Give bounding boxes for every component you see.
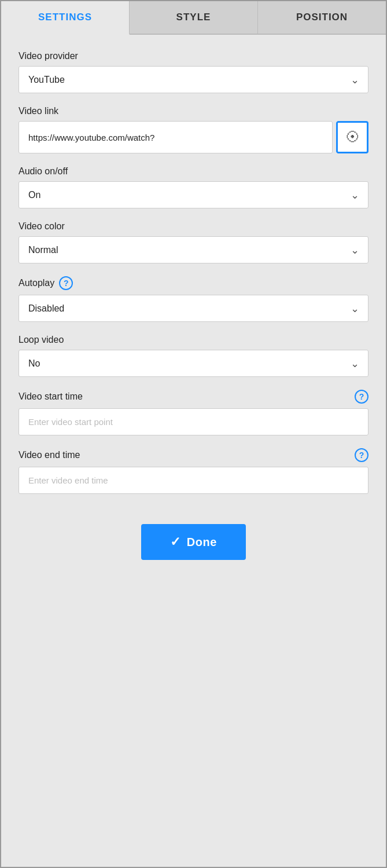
autoplay-label-text: Autoplay: [19, 278, 54, 288]
checkmark-icon: ✓: [170, 534, 181, 550]
autoplay-group: Autoplay ? Disabled Enabled ⌄: [19, 276, 368, 322]
video-link-input[interactable]: [19, 121, 333, 153]
video-start-time-label: Video start time ?: [19, 390, 368, 404]
video-start-time-group: Video start time ?: [19, 390, 368, 435]
video-provider-group: Video provider YouTube Vimeo ⌄: [19, 51, 368, 93]
video-color-select[interactable]: Normal Grayscale Sepia: [19, 236, 368, 263]
video-link-label: Video link: [19, 106, 368, 116]
autoplay-label: Autoplay ?: [19, 276, 368, 290]
video-provider-label: Video provider: [19, 51, 368, 61]
loop-video-select-wrapper: No Yes ⌄: [19, 350, 368, 377]
audio-group: Audio on/off On Off ⌄: [19, 166, 368, 208]
autoplay-select-wrapper: Disabled Enabled ⌄: [19, 295, 368, 322]
video-end-time-group: Video end time ?: [19, 448, 368, 494]
panel: SETTINGS STYLE POSITION Video provider Y…: [0, 0, 387, 868]
video-start-time-label-text: Video start time: [19, 391, 83, 402]
video-end-time-label: Video end time ?: [19, 448, 368, 462]
video-color-select-wrapper: Normal Grayscale Sepia ⌄: [19, 236, 368, 263]
done-button-label: Done: [187, 536, 217, 549]
done-button-wrapper: ✓ Done: [19, 524, 368, 560]
video-provider-select[interactable]: YouTube Vimeo: [19, 66, 368, 93]
audio-label: Audio on/off: [19, 166, 368, 177]
video-start-time-input[interactable]: [19, 408, 368, 435]
tab-settings[interactable]: SETTINGS: [1, 1, 130, 35]
autoplay-help-icon[interactable]: ?: [59, 276, 73, 290]
tabs-bar: SETTINGS STYLE POSITION: [1, 1, 386, 35]
video-link-group: Video link 🖸: [19, 106, 368, 153]
autoplay-select[interactable]: Disabled Enabled: [19, 295, 368, 322]
loop-video-label: Loop video: [19, 335, 368, 345]
settings-content: Video provider YouTube Vimeo ⌄ Video lin…: [1, 35, 386, 583]
video-color-group: Video color Normal Grayscale Sepia ⌄: [19, 221, 368, 263]
video-end-time-input[interactable]: [19, 467, 368, 494]
video-provider-select-wrapper: YouTube Vimeo ⌄: [19, 66, 368, 93]
tab-style[interactable]: STYLE: [130, 1, 258, 34]
database-icon: 🖸: [346, 130, 359, 145]
done-button[interactable]: ✓ Done: [141, 524, 246, 560]
audio-select-wrapper: On Off ⌄: [19, 181, 368, 208]
loop-video-select[interactable]: No Yes: [19, 350, 368, 377]
tab-position[interactable]: POSITION: [258, 1, 386, 34]
video-end-time-label-text: Video end time: [19, 450, 80, 460]
video-start-time-help-icon[interactable]: ?: [355, 390, 368, 404]
loop-video-group: Loop video No Yes ⌄: [19, 335, 368, 377]
video-end-time-help-icon[interactable]: ?: [355, 448, 368, 462]
video-color-label: Video color: [19, 221, 368, 232]
video-link-row: 🖸: [19, 121, 368, 153]
database-button[interactable]: 🖸: [336, 121, 368, 153]
audio-select[interactable]: On Off: [19, 181, 368, 208]
